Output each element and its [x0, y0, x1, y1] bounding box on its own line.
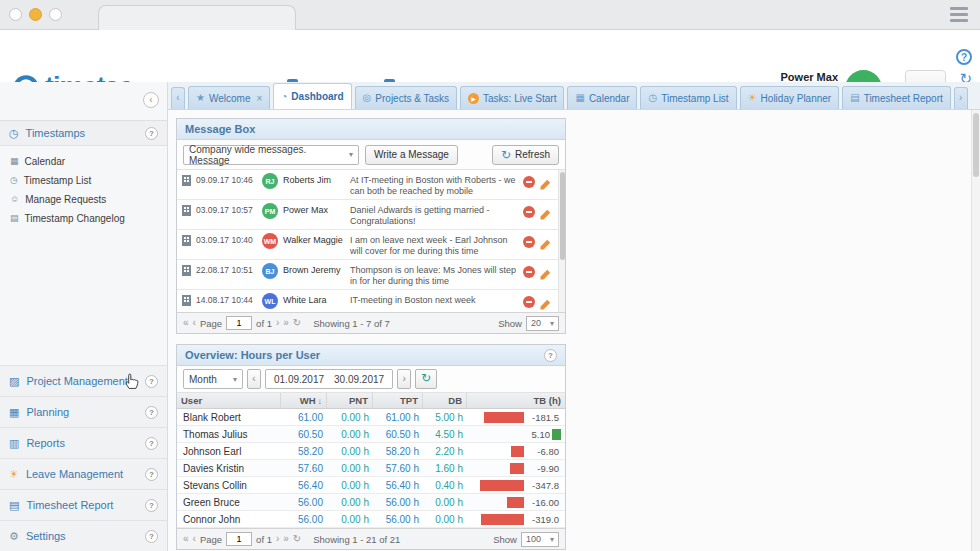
delete-message-icon[interactable] — [523, 236, 535, 248]
sidebar-section-timesheet-report[interactable]: ▤ Timesheet Report ? — [0, 489, 167, 520]
pnt-value: 0.00 h — [327, 429, 373, 440]
delete-message-icon[interactable] — [523, 176, 535, 188]
help-icon[interactable]: ? — [145, 499, 158, 512]
tab-welcome[interactable]: ★ Welcome × — [188, 86, 270, 109]
sidebar-item-timestamp-list[interactable]: ◷ Timestamp List — [0, 171, 167, 190]
close-icon[interactable]: × — [256, 93, 262, 104]
page-number-input[interactable] — [226, 532, 252, 546]
edit-message-icon[interactable] — [540, 236, 551, 254]
first-page-icon[interactable]: « — [183, 534, 189, 544]
sidebar-item-label: Timestamp Changelog — [25, 213, 125, 224]
write-message-button[interactable]: Write a Message — [365, 145, 458, 165]
refresh-hours-button[interactable]: ↻ — [415, 369, 437, 389]
page-size-select[interactable]: 20 ▾ — [526, 316, 559, 331]
table-row[interactable]: Johnson Earl 58.20 0.00 h 58.20 h 2.20 h… — [177, 443, 565, 460]
help-icon[interactable]: ? — [145, 127, 158, 140]
message-filter-select[interactable]: Company wide messages. Message ▾ — [183, 145, 359, 165]
tab-label: Holiday Planner — [761, 93, 832, 104]
edit-message-icon[interactable] — [540, 266, 551, 284]
help-icon[interactable]: ? — [145, 375, 158, 388]
next-period-button[interactable]: › — [397, 369, 411, 389]
column-header-db[interactable]: DB — [423, 393, 467, 408]
delete-message-icon[interactable] — [523, 206, 535, 218]
sidebar-section-reports[interactable]: ▥ Reports ? — [0, 427, 167, 458]
prev-page-icon[interactable]: ‹ — [193, 534, 196, 544]
help-icon[interactable]: ? — [544, 349, 557, 362]
tab-tasks-live-start[interactable]: ▶ Tasks: Live Start — [460, 86, 564, 109]
sidebar-section-leave-management[interactable]: ☀ Leave Management ? — [0, 458, 167, 489]
edit-message-icon[interactable] — [540, 176, 551, 194]
table-row[interactable]: Thomas Julius 60.50 0.00 h 60.50 h 4.50 … — [177, 426, 565, 443]
page-scrollbar[interactable] — [971, 110, 980, 551]
message-author: Brown Jeremy — [283, 265, 345, 275]
column-header-pnt[interactable]: PNT — [327, 393, 373, 408]
page-number-input[interactable] — [226, 316, 252, 330]
prev-period-button[interactable]: ‹ — [247, 369, 261, 389]
table-row[interactable]: Davies Kristin 57.60 0.00 h 57.60 h 1.60… — [177, 460, 565, 477]
delete-message-icon[interactable] — [523, 296, 535, 308]
sidebar-item-manage-requests[interactable]: ☺ Manage Requests — [0, 190, 167, 209]
date-from[interactable]: 01.09.2017 — [274, 374, 324, 385]
last-page-icon[interactable]: » — [283, 318, 289, 328]
delete-message-icon[interactable] — [523, 266, 535, 278]
message-row: 03.09.17 10:57 PM Power Max Daniel Adwar… — [177, 200, 565, 230]
date-to[interactable]: 30.09.2017 — [334, 374, 384, 385]
last-page-icon[interactable]: » — [283, 534, 289, 544]
tab-calendar[interactable]: ▦ Calendar — [567, 86, 637, 109]
table-row[interactable]: Connor John 56.00 0.00 h 56.00 h 0.00 h … — [177, 511, 565, 528]
sidebar-section-project-management[interactable]: ▨ Project Management ? — [0, 365, 167, 396]
scrollbar-thumb[interactable] — [973, 113, 979, 177]
column-header-tb[interactable]: TB (h) — [467, 393, 565, 408]
wh-value: 60.50 — [281, 429, 327, 440]
help-icon[interactable]: ? — [956, 49, 972, 65]
refresh-icon[interactable]: ↻ — [293, 534, 301, 544]
next-page-icon[interactable]: › — [276, 534, 279, 544]
sidebar-item-calendar[interactable]: ▦ Calendar — [0, 152, 167, 171]
tab-scroll-right[interactable]: › — [954, 87, 968, 109]
column-header-tpt[interactable]: TPT — [373, 393, 423, 408]
tab-scroll-left[interactable]: ‹ — [171, 87, 185, 109]
table-row[interactable]: Stevans Collin 56.40 0.00 h 56.40 h 0.40… — [177, 477, 565, 494]
sidebar-collapse-button[interactable]: ‹ — [143, 92, 159, 108]
window-control-icon[interactable] — [49, 8, 62, 21]
next-page-icon[interactable]: › — [276, 318, 279, 328]
tab-timesheet-report[interactable]: ▤ Timesheet Report — [842, 86, 951, 109]
message-list-scrollbar[interactable] — [558, 170, 565, 312]
tab-dashboard[interactable]: ◔ Dashboard — [273, 83, 351, 109]
tab-holiday-planner[interactable]: ☀ Holiday Planner — [740, 86, 840, 109]
window-control-icon[interactable] — [9, 8, 22, 21]
sidebar-item-timestamp-changelog[interactable]: ▤ Timestamp Changelog — [0, 209, 167, 228]
sidebar-section-settings[interactable]: ⚙ Settings ? — [0, 520, 167, 551]
hours-toolbar: Month ▾ ‹ 01.09.2017 30.09.2017 › ↻ — [177, 366, 565, 393]
window-control-icon[interactable] — [29, 8, 42, 21]
refresh-messages-button[interactable]: ↻ Refresh — [492, 145, 559, 165]
user-name: Blank Robert — [177, 412, 281, 423]
table-row[interactable]: Blank Robert 61.00 0.00 h 61.00 h 5.00 h… — [177, 409, 565, 426]
panel-title: Overview: Hours per User ? — [177, 345, 565, 366]
first-page-icon[interactable]: « — [183, 318, 189, 328]
period-mode-select[interactable]: Month ▾ — [183, 369, 243, 389]
page-size-select[interactable]: 100 ▾ — [521, 532, 559, 547]
column-header-wh[interactable]: WH↓ — [281, 393, 327, 408]
tab-timestamp-list[interactable]: ◷ Timestamp List — [640, 86, 736, 109]
help-icon[interactable]: ? — [145, 530, 158, 543]
help-icon[interactable]: ? — [145, 468, 158, 481]
negative-balance-bar — [510, 463, 524, 474]
help-icon[interactable]: ? — [145, 437, 158, 450]
date-range[interactable]: 01.09.2017 30.09.2017 — [265, 369, 393, 389]
help-icon[interactable]: ? — [145, 406, 158, 419]
edit-message-icon[interactable] — [540, 206, 551, 224]
chevron-down-icon: ▾ — [550, 319, 554, 328]
prev-page-icon[interactable]: ‹ — [193, 318, 196, 328]
column-header-user[interactable]: User — [177, 393, 281, 408]
browser-menu-icon[interactable] — [950, 7, 968, 22]
edit-message-icon[interactable] — [540, 296, 551, 312]
refresh-icon[interactable]: ↻ — [293, 318, 301, 328]
tab-projects-tasks[interactable]: ◎ Projects & Tasks — [355, 86, 457, 109]
sidebar-section-label: Project Management — [26, 375, 128, 387]
browser-tab[interactable] — [98, 5, 296, 30]
table-row[interactable]: Green Bruce 56.00 0.00 h 56.00 h 0.00 h … — [177, 494, 565, 511]
scrollbar-thumb[interactable] — [560, 172, 565, 260]
sidebar-section-timestamps[interactable]: ◷ Timestamps ? — [0, 120, 167, 146]
sidebar-section-planning[interactable]: ▦ Planning ? — [0, 396, 167, 427]
